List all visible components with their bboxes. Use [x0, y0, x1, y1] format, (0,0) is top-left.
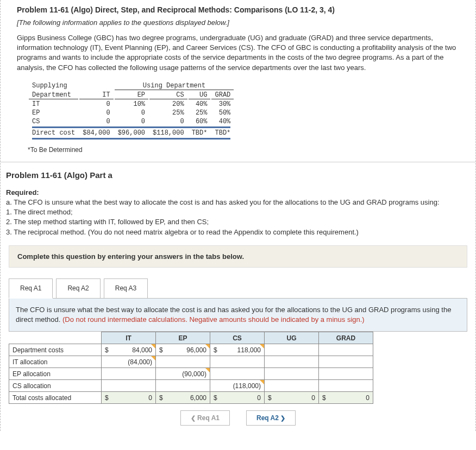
part-title: Problem 11-61 (Algo) Part a	[6, 170, 473, 180]
answer-row: IT allocation(84,000)	[9, 356, 373, 368]
supplying-label-2: Department	[29, 91, 78, 99]
ans-col-ep: EP	[156, 332, 210, 344]
tab-req-a2[interactable]: Req A2	[56, 278, 100, 299]
usage-row-cs: CS 0 0 0 60% 40%	[29, 118, 234, 125]
problem-header: Problem 11-61 (Algo) Direct, Step, and R…	[1, 0, 475, 162]
answer-cell[interactable]: $96,000	[156, 344, 210, 356]
tab-content: The CFO is unsure what the best way to a…	[9, 298, 467, 332]
answer-row: CS allocation(118,000)	[9, 380, 373, 392]
col-grad: GRAD	[211, 91, 234, 99]
answer-cell[interactable]	[210, 368, 265, 380]
edited-corner-icon	[205, 344, 210, 348]
usage-row-direct-cost: Direct cost $84,000 $96,000 $118,000 TBD…	[29, 129, 234, 137]
tabs: Req A1 Req A2 Req A3	[9, 278, 473, 299]
ans-col-grad: GRAD	[319, 332, 373, 344]
edited-corner-icon	[151, 356, 155, 360]
requirements: Required: a. The CFO is unsure what the …	[6, 188, 473, 237]
tab-req-a3[interactable]: Req A3	[104, 278, 148, 299]
answer-row: Department costs$84,000$96,000$118,000	[9, 344, 373, 356]
answer-cell[interactable]: $6,000	[156, 392, 210, 404]
edited-corner-icon	[205, 368, 210, 372]
answer-cell[interactable]	[319, 380, 373, 392]
answer-table: IT EP CS UG GRAD Department costs$84,000…	[9, 332, 373, 404]
req-a: a. The CFO is unsure what the best way t…	[6, 198, 440, 206]
answer-cell[interactable]	[102, 368, 156, 380]
req-2: 2. The step method starting with IT, fol…	[6, 218, 209, 226]
ans-col-ug: UG	[265, 332, 319, 344]
answer-cell[interactable]	[156, 356, 210, 368]
problem-title: Problem 11-61 (Algo) Direct, Step, and R…	[17, 5, 459, 14]
answer-row: Total costs allocated$0$6,000$0$0$0	[9, 392, 373, 404]
problem-intro: [The following information applies to th…	[17, 18, 459, 27]
tab-req-a1[interactable]: Req A1	[9, 278, 53, 299]
answer-row: EP allocation(90,000)	[9, 368, 373, 380]
answer-cell[interactable]: (84,000)	[102, 356, 156, 368]
chevron-left-icon: ❮	[191, 415, 196, 421]
answer-cell[interactable]	[319, 356, 373, 368]
ans-col-it: IT	[102, 332, 156, 344]
answer-cell[interactable]: $0	[319, 392, 373, 404]
answer-cell[interactable]	[156, 380, 210, 392]
nav-buttons: ❮ Req A1 Req A2 ❯	[3, 410, 473, 426]
edited-corner-icon	[260, 344, 264, 348]
answer-cell[interactable]: $0	[102, 392, 156, 404]
next-button[interactable]: Req A2 ❯	[246, 410, 296, 426]
answer-cell[interactable]	[210, 356, 265, 368]
supplying-label-1: Supplying	[29, 82, 78, 90]
instruction-box: Complete this question by entering your …	[9, 245, 467, 268]
answer-row-label: Department costs	[9, 344, 102, 356]
answer-cell[interactable]	[265, 380, 319, 392]
problem-description: Gipps Business College (GBC) has two deg…	[17, 33, 459, 73]
answer-cell[interactable]: $84,000	[102, 344, 156, 356]
col-cs: CS	[149, 91, 187, 99]
using-dept-header: Using Department	[115, 82, 234, 90]
required-label: Required:	[6, 188, 39, 197]
answer-cell[interactable]	[265, 356, 319, 368]
prev-button[interactable]: ❮ Req A1	[180, 410, 230, 426]
answer-row-label: Total costs allocated	[9, 392, 102, 404]
answer-cell[interactable]: $118,000	[210, 344, 265, 356]
tab-warning: (Do not round intermediate calculations.…	[62, 315, 365, 324]
col-it: IT	[79, 91, 113, 99]
answer-cell[interactable]	[265, 344, 319, 356]
answer-row-label: EP allocation	[9, 368, 102, 380]
col-ug: UG	[189, 91, 211, 99]
req-1: 1. The direct method;	[6, 208, 73, 216]
edited-corner-icon	[260, 380, 264, 384]
usage-row-it: IT 0 10% 20% 40% 30%	[29, 100, 234, 108]
table-footnote: *To Be Determined	[28, 146, 459, 154]
answer-cell[interactable]	[102, 380, 156, 392]
usage-table: Supplying Using Department Department IT…	[28, 81, 235, 141]
ans-col-cs: CS	[210, 332, 265, 344]
answer-cell[interactable]: (90,000)	[156, 368, 210, 380]
answer-cell[interactable]: $0	[210, 392, 265, 404]
answer-cell[interactable]	[265, 368, 319, 380]
req-3: 3. The reciprocal method. (You do not ne…	[6, 228, 359, 236]
answer-row-label: CS allocation	[9, 380, 102, 392]
edited-corner-icon	[151, 344, 155, 348]
col-ep: EP	[115, 91, 148, 99]
answer-cell[interactable]	[319, 344, 373, 356]
usage-row-ep: EP 0 0 25% 25% 50%	[29, 109, 234, 117]
chevron-right-icon: ❯	[280, 415, 285, 421]
answer-cell[interactable]	[319, 368, 373, 380]
answer-cell[interactable]: (118,000)	[210, 380, 265, 392]
answer-row-label: IT allocation	[9, 356, 102, 368]
answer-cell[interactable]: $0	[265, 392, 319, 404]
